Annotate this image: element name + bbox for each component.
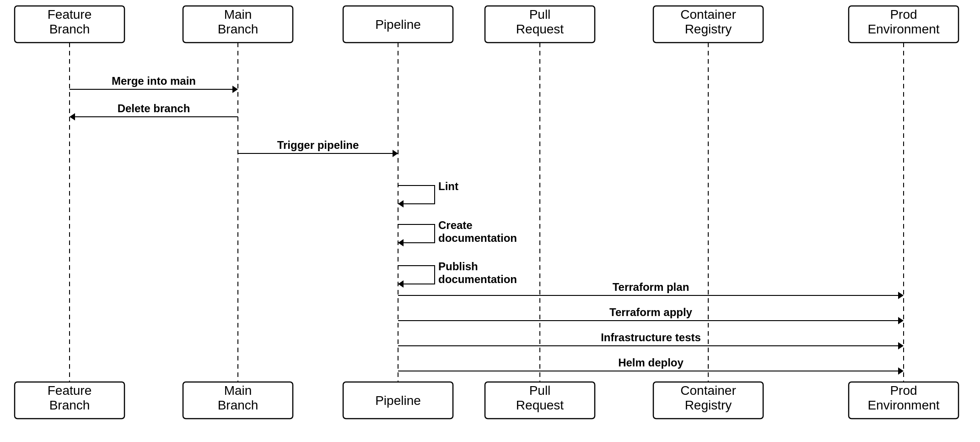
svg-marker-67	[898, 367, 904, 375]
svg-text:documentation: documentation	[438, 273, 517, 285]
svg-text:Branch: Branch	[49, 22, 90, 36]
svg-text:Pipeline: Pipeline	[375, 17, 421, 32]
svg-text:Pull: Pull	[529, 7, 551, 22]
svg-text:Feature: Feature	[48, 383, 92, 398]
svg-marker-58	[898, 292, 904, 299]
svg-text:Terraform plan: Terraform plan	[613, 281, 689, 293]
svg-marker-41	[232, 86, 238, 93]
svg-marker-44	[70, 113, 75, 120]
svg-text:Request: Request	[516, 22, 564, 36]
svg-text:Registry: Registry	[685, 22, 732, 36]
svg-text:Lint: Lint	[438, 180, 458, 192]
svg-marker-54	[398, 280, 404, 288]
svg-text:Container: Container	[680, 7, 736, 22]
svg-text:Pull: Pull	[529, 383, 551, 398]
svg-marker-64	[898, 342, 904, 349]
svg-marker-47	[393, 150, 398, 157]
svg-text:Terraform apply: Terraform apply	[609, 306, 693, 318]
svg-text:Helm deploy: Helm deploy	[618, 356, 684, 369]
svg-text:Main: Main	[224, 383, 252, 398]
svg-marker-51	[398, 239, 404, 246]
svg-text:Delete branch: Delete branch	[118, 102, 190, 115]
svg-text:Infrastructure tests: Infrastructure tests	[601, 331, 701, 344]
svg-marker-49	[398, 200, 404, 207]
svg-marker-61	[898, 317, 904, 324]
svg-text:Branch: Branch	[218, 22, 258, 36]
svg-text:Publish: Publish	[438, 260, 478, 273]
svg-text:Main: Main	[224, 7, 252, 22]
svg-text:Trigger pipeline: Trigger pipeline	[277, 139, 359, 151]
svg-text:documentation: documentation	[438, 232, 517, 244]
svg-text:Registry: Registry	[685, 398, 732, 412]
svg-text:Feature: Feature	[48, 7, 92, 22]
svg-text:Branch: Branch	[49, 398, 90, 412]
svg-text:Environment: Environment	[867, 22, 939, 36]
svg-text:Merge into main: Merge into main	[112, 75, 196, 87]
svg-text:Prod: Prod	[890, 7, 917, 22]
svg-text:Prod: Prod	[890, 383, 917, 398]
svg-text:Create: Create	[438, 219, 473, 231]
svg-text:Pipeline: Pipeline	[375, 393, 421, 408]
svg-text:Container: Container	[680, 383, 736, 398]
svg-text:Request: Request	[516, 398, 564, 412]
svg-text:Branch: Branch	[218, 398, 258, 412]
svg-text:Environment: Environment	[867, 398, 939, 412]
sequence-diagram: FeatureBranchMainBranchPipelinePullReque…	[0, 0, 980, 442]
